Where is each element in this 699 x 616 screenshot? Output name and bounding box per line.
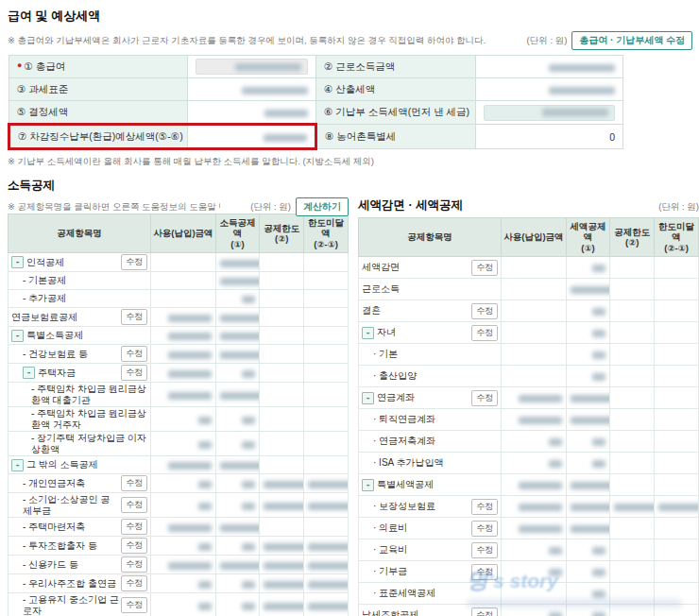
edit-button[interactable]: 수정 (471, 325, 498, 341)
tax-credit-item-label[interactable]: · 기부금 (362, 566, 407, 577)
income-deduction-item-label[interactable]: -주택자금 (11, 367, 76, 379)
edit-button[interactable]: 수정 (121, 254, 147, 270)
edit-button[interactable]: 수정 (121, 519, 147, 535)
income-deduction-item-label[interactable]: - 우리사주조합 출연금 (11, 578, 116, 590)
collapse-icon[interactable]: - (362, 327, 374, 339)
edit-button[interactable]: 수정 (121, 597, 147, 613)
value-cell (566, 431, 610, 453)
tax-credit-item-label[interactable]: · 표준세액공제 (362, 588, 435, 599)
calculate-button[interactable]: 계산하기 (296, 197, 349, 216)
income-deduction-item-label[interactable]: 연금보험료공제 (11, 312, 77, 323)
value-cell (151, 308, 215, 327)
edit-button[interactable]: 수정 (121, 575, 147, 591)
edit-button[interactable]: 수정 (471, 564, 498, 580)
value-cell (215, 407, 260, 432)
collapse-icon[interactable]: - (11, 459, 24, 471)
income-deduction-item-label[interactable]: - 장기주택 저당차입금 이자상환액 (11, 433, 147, 454)
tax-credit-item-label[interactable]: -특별세액공제 (362, 479, 434, 491)
value-cell (151, 432, 215, 456)
value-cell (502, 583, 566, 605)
summary-label: ② 근로소득금액 (316, 56, 476, 78)
tax-credit-column-header: 세액공제액 (①) (566, 218, 610, 257)
collapse-icon[interactable]: - (11, 256, 24, 268)
income-deduction-item-label[interactable]: - 주택임차 차입금 원리금상환액 거주자 (11, 408, 147, 430)
salary-note-row: ※ 총급여와 기납부세액은 회사가 근로자 기초자료를 등록한 경우에 보이며,… (8, 31, 692, 50)
tax-credit-row: 납세조합공제수정 (359, 605, 699, 616)
tax-credit-item-label[interactable]: -자녀 (362, 327, 396, 339)
item-label-text: 특별세액공제 (377, 479, 434, 490)
collapse-icon[interactable]: - (23, 367, 35, 379)
masked-value (168, 333, 212, 340)
tax-credit-item-label[interactable]: · 연금저축계좌 (362, 436, 435, 447)
item-name-cell: · 연금저축계좌 (359, 431, 502, 453)
tax-credit-item-label[interactable]: · 출산입양 (362, 370, 417, 382)
edit-salary-paidtax-button[interactable]: 총급여 · 기납부세액 수정 (571, 31, 692, 50)
income-deduction-item-label[interactable]: - 주택마련저축 (11, 522, 85, 533)
collapse-icon[interactable]: - (11, 330, 24, 342)
value-cell (655, 431, 699, 453)
income-deduction-item-label[interactable]: - 주택임차 차입금 원리금상환액 대출기관 (11, 384, 147, 405)
edit-button[interactable]: 수정 (471, 303, 498, 319)
income-deduction-item-label[interactable]: -특별소득공제 (11, 330, 83, 342)
edit-button[interactable]: 수정 (121, 365, 147, 381)
item-label-text: - 고용유지 중소기업 근로자 (23, 594, 119, 616)
tax-credit-item-label[interactable]: 납세조합공제 (362, 609, 418, 616)
edit-button[interactable]: 수정 (121, 497, 147, 513)
income-deduction-item-label[interactable]: - 건강보험료 등 (11, 349, 88, 360)
tax-credit-item-label[interactable]: · 의료비 (362, 522, 407, 534)
edit-button[interactable]: 수정 (471, 390, 498, 406)
summary-label: ⑥ 기납부 소득세액(먼저 낸 세금) (316, 101, 476, 125)
tax-credit-row: · 표준세액공제 (359, 583, 699, 605)
edit-button[interactable]: 수정 (121, 556, 147, 573)
income-deduction-item-label[interactable]: - 투자조합출자 등 (11, 540, 97, 552)
edit-button[interactable]: 수정 (121, 538, 147, 554)
income-deduction-item-label[interactable]: - 추가공제 (11, 293, 66, 304)
summary-row: ●① 총급여② 근로소득금액 (9, 56, 623, 78)
required-marker-icon: ● (17, 60, 22, 70)
value-cell (260, 518, 304, 537)
income-deduction-item-label[interactable]: -인적공제 (11, 256, 64, 268)
value-cell (502, 518, 566, 539)
value-cell (502, 496, 566, 518)
tax-credit-item-label[interactable]: · 기본 (362, 349, 398, 360)
value-cell (304, 290, 349, 308)
item-name-cell: -연금계좌수정 (359, 387, 502, 409)
tax-credit-item-label[interactable]: 세액감면 (362, 262, 400, 273)
income-deduction-item-label[interactable]: - 개인연금저축 (11, 478, 85, 489)
tax-credit-item-label[interactable]: -연금계좌 (362, 392, 415, 404)
edit-button[interactable]: 수정 (471, 607, 498, 616)
collapse-icon[interactable]: - (362, 392, 374, 404)
income-deduction-item-label[interactable]: - 고용유지 중소기업 근로자 (11, 594, 119, 616)
edit-button[interactable]: 수정 (471, 260, 498, 276)
masked-value (264, 543, 303, 551)
item-label-text: 연금보험료공제 (11, 312, 77, 323)
edit-button[interactable]: 수정 (121, 309, 147, 325)
income-deduction-item-label[interactable]: - 소기업·소상공인 공제부금 (11, 494, 119, 516)
edit-button[interactable]: 수정 (471, 521, 498, 537)
income-deduction-item-label[interactable]: - 기본공제 (11, 275, 66, 286)
collapse-icon[interactable]: - (362, 479, 374, 491)
masked-value (242, 603, 255, 610)
tax-credit-item-label[interactable]: · 보장성보험료 (362, 501, 435, 512)
tax-credit-item-label[interactable]: 근로소득 (362, 283, 400, 295)
edit-button[interactable]: 수정 (121, 475, 147, 491)
masked-value (264, 110, 308, 117)
edit-button[interactable]: 수정 (121, 346, 147, 362)
item-label-text: 납세조합공제 (362, 609, 418, 616)
value-cell (215, 364, 260, 383)
masked-value (242, 417, 255, 424)
masked-value (592, 438, 605, 446)
edit-button[interactable]: 수정 (471, 542, 498, 558)
value-cell (610, 257, 655, 279)
tax-credit-item-label[interactable]: · 교육비 (362, 544, 407, 556)
masked-value (308, 581, 348, 589)
tax-credit-item-label[interactable]: 결혼 (362, 305, 381, 317)
masked-value (549, 64, 615, 72)
tax-credit-item-label[interactable]: · 퇴직연금계좌 (362, 414, 435, 425)
tax-credit-item-label[interactable]: · ISA 추가납입액 (362, 457, 443, 469)
income-deduction-item-label[interactable]: -그 밖의 소득공제 (11, 459, 98, 471)
income-deduction-column-header: 사용(납입)금액 (151, 214, 215, 253)
income-deduction-item-label[interactable]: - 신용카드 등 (11, 559, 78, 571)
income-deduction-row: - 건강보험료 등수정 (9, 345, 349, 364)
edit-button[interactable]: 수정 (471, 499, 498, 515)
